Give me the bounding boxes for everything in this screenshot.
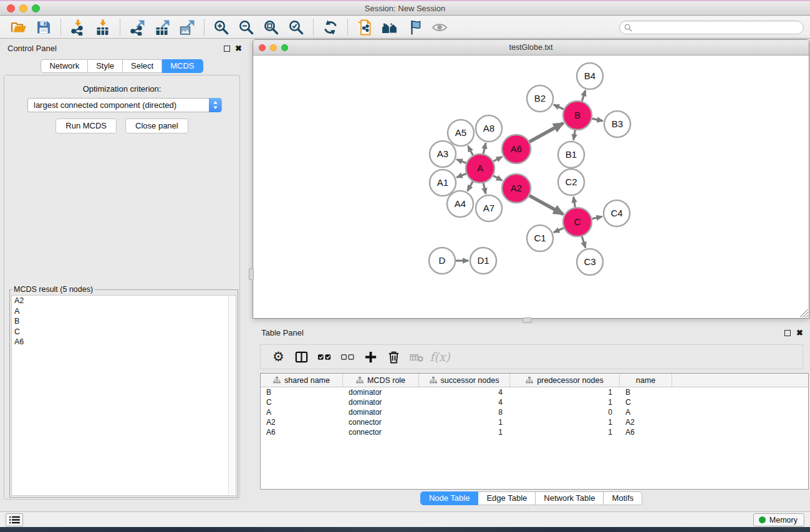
table-row[interactable]: Cdominator41C [261,397,808,407]
graph-edge-C-C2[interactable] [574,197,576,208]
tab-network[interactable]: Network [41,59,88,73]
graph-edge-C-C1[interactable] [554,228,564,233]
west-divider-handle[interactable] [249,268,254,280]
graph-node-B3[interactable]: B3 [604,111,630,137]
table-tab-node-table[interactable]: Node Table [420,491,479,505]
graph-edge-B-B3[interactable] [592,118,602,121]
cell-predecessor-nodes[interactable]: 1 [510,387,620,397]
cell-MCDS-role[interactable]: dominator [343,407,419,417]
graph-node-A1[interactable]: A1 [430,170,456,196]
mcds-result-item[interactable]: A [12,306,236,317]
tab-mcds[interactable]: MCDS [162,59,203,73]
graph-node-B1[interactable]: B1 [558,142,584,168]
cell-successor-nodes[interactable]: 4 [419,397,510,407]
resize-grip-icon[interactable] [800,309,808,317]
cell-successor-nodes[interactable]: 8 [419,407,510,417]
graph-edge-C-C4[interactable] [592,216,602,219]
unselect-all-columns-icon[interactable] [336,347,359,366]
graph-node-A5[interactable]: A5 [448,120,474,146]
zoom-out-icon[interactable] [234,18,259,37]
mcds-result-item[interactable]: B [12,316,236,327]
table-settings-icon[interactable]: ⚙ [267,347,290,366]
south-divider-handle[interactable] [523,317,532,323]
show-columns-icon[interactable] [290,347,313,366]
cell-name[interactable]: B [620,387,672,397]
cell-MCDS-role[interactable]: connector [343,417,419,427]
select-all-columns-icon[interactable] [313,347,336,366]
search-field[interactable] [619,21,804,34]
graph-node-A6[interactable]: A6 [502,135,531,163]
graph-node-A2[interactable]: A2 [502,174,531,203]
zoom-selected-icon[interactable] [284,18,309,37]
table-close-panel-icon[interactable]: ✖ [796,328,803,337]
graph-node-A7[interactable]: A7 [476,195,502,221]
cell-successor-nodes[interactable]: 4 [419,387,510,397]
cell-predecessor-nodes[interactable]: 1 [510,417,620,427]
cell-predecessor-nodes[interactable]: 1 [510,427,620,437]
export-network-icon[interactable] [125,18,150,37]
mcds-result-item[interactable]: C [12,327,236,337]
column-header-predecessor-nodes[interactable]: predecessor nodes [510,374,620,387]
network-overview-icon[interactable] [377,18,402,37]
delete-columns-icon[interactable] [382,347,405,366]
cell-MCDS-role[interactable]: connector [343,427,419,437]
mcds-result-item[interactable]: A2 [12,296,236,306]
annotations-toggle-icon[interactable] [402,18,427,37]
column-header-name[interactable]: name [620,374,672,387]
graph-edge-A-A4[interactable] [468,181,473,191]
graph-edge-B-B4[interactable] [582,90,585,101]
table-tab-motifs[interactable]: Motifs [604,491,642,505]
graph-node-B2[interactable]: B2 [527,85,553,112]
apply-layout-icon[interactable] [318,18,343,37]
graph-edge-A2-C[interactable] [529,196,563,215]
cell-successor-nodes[interactable]: 1 [419,427,510,437]
graph-edge-C-C3[interactable] [582,236,586,248]
cell-name[interactable]: A2 [620,417,672,427]
result-list-scrollbar[interactable] [228,296,235,495]
cell-MCDS-role[interactable]: dominator [343,387,419,397]
graphics-details-icon[interactable] [427,18,452,37]
save-session-icon[interactable] [31,18,56,37]
new-network-from-selection-icon[interactable] [352,18,377,37]
graph-node-C4[interactable]: C4 [604,200,630,226]
table-tab-network-table[interactable]: Network Table [536,491,604,505]
cell-shared-name[interactable]: B [261,387,343,397]
close-panel-button[interactable]: Close panel [125,118,188,133]
mcds-result-item[interactable]: A6 [12,337,236,347]
cell-name[interactable]: C [620,397,672,407]
graph-node-B[interactable]: B [563,101,592,130]
table-row[interactable]: Bdominator41B [261,387,808,397]
memory-button[interactable]: Memory [753,513,804,526]
zoom-fit-icon[interactable] [259,18,284,37]
cell-name[interactable]: A [620,407,672,417]
cell-shared-name[interactable]: A6 [261,427,343,437]
graph-node-A3[interactable]: A3 [430,141,456,167]
graph-node-C1[interactable]: C1 [527,225,553,251]
graph-edge-A-A7[interactable] [483,183,486,193]
graph-edge-A-A5[interactable] [468,146,473,155]
export-image-icon[interactable] [175,18,200,37]
graph-node-C[interactable]: C [563,208,592,236]
float-panel-icon[interactable] [224,46,230,52]
import-table-icon[interactable] [90,18,115,37]
zoom-in-icon[interactable] [209,18,234,37]
graph-edge-B-B1[interactable] [574,130,575,140]
task-history-button[interactable] [6,513,23,526]
graph-node-A4[interactable]: A4 [447,191,473,217]
tab-style[interactable]: Style [88,59,123,73]
table-row[interactable]: Adominator80A [261,407,808,417]
cell-predecessor-nodes[interactable]: 0 [510,407,620,417]
graph-node-C2[interactable]: C2 [558,169,584,195]
search-input[interactable] [635,23,791,32]
cell-MCDS-role[interactable]: dominator [343,397,419,407]
graph-edge-A6-B[interactable] [529,123,563,142]
criterion-select[interactable]: largest connected component (directed) [27,98,222,112]
close-panel-icon[interactable]: ✖ [235,44,242,53]
graph-node-A[interactable]: A [466,154,494,183]
graph-node-A8[interactable]: A8 [476,115,502,142]
tab-select[interactable]: Select [123,59,162,73]
graph-node-D[interactable]: D [429,248,455,274]
graph-node-C3[interactable]: C3 [577,249,603,275]
cell-predecessor-nodes[interactable]: 1 [510,397,620,407]
table-float-panel-icon[interactable] [784,330,791,336]
